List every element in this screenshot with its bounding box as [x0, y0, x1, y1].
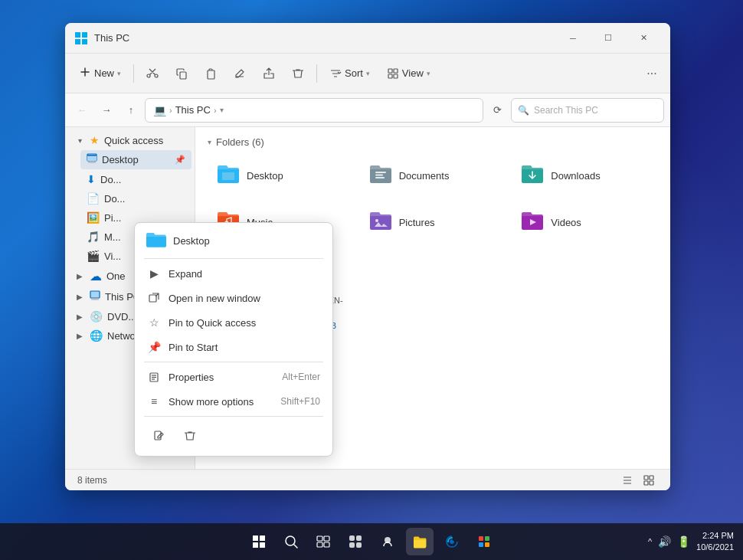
pin-quick-label: Pin to Quick access — [169, 317, 256, 329]
pin-start-label: Pin to Start — [169, 342, 218, 353]
taskbar-widgets-button[interactable] — [342, 528, 369, 555]
folder-item-pictures[interactable]: Pictures — [360, 202, 506, 243]
folder-documents-name: Documents — [399, 170, 450, 182]
taskbar-file-explorer-button[interactable] — [406, 528, 434, 555]
more-options-label: Show more options — [169, 396, 254, 408]
taskbar-system-tray: ^ 🔊 🔋 2:24 PM 10/6/2021 — [648, 530, 734, 554]
context-pin-quick[interactable]: ☆ Pin to Quick access — [138, 310, 329, 335]
context-delete-button[interactable] — [178, 424, 202, 448]
list-view-button[interactable] — [618, 471, 637, 490]
path-dropdown[interactable]: ▾ — [220, 106, 224, 114]
rename-button[interactable] — [226, 63, 254, 84]
svg-rect-14 — [88, 162, 96, 163]
grid-view-button[interactable] — [640, 471, 658, 490]
up-button[interactable]: ↑ — [120, 100, 142, 121]
title-bar: This PC ─ ☐ ✕ — [65, 23, 670, 54]
sidebar-item-documents[interactable]: 📄 Do... — [80, 189, 191, 208]
svg-rect-21 — [375, 177, 385, 178]
search-icon: 🔍 — [518, 105, 529, 116]
new-label: New — [94, 67, 114, 79]
new-button[interactable]: New ▾ — [71, 61, 129, 85]
network-expand-icon: ▶ — [74, 330, 85, 341]
sort-label: Sort — [345, 67, 363, 79]
pictures-icon: 🖼️ — [87, 211, 100, 224]
context-rename-button[interactable] — [147, 424, 172, 448]
videos-sidebar-label: Vi... — [104, 251, 121, 262]
thispc-icon — [90, 290, 100, 303]
pin-start-icon: 📌 — [147, 340, 161, 354]
folder-videos-name: Videos — [551, 217, 581, 228]
folder-item-documents[interactable]: Documents — [360, 156, 506, 196]
sidebar-item-downloads[interactable]: ⬇ Do... — [80, 170, 191, 188]
svg-rect-57 — [485, 542, 489, 547]
svg-rect-52 — [356, 542, 362, 548]
search-placeholder: Search This PC — [534, 105, 598, 116]
svg-rect-32 — [644, 481, 648, 485]
folders-section-header[interactable]: ▾ Folders (6) — [208, 136, 658, 148]
window-controls: ─ ☐ ✕ — [555, 26, 661, 51]
folder-downloads-icon — [520, 162, 545, 189]
onedrive-sidebar-label: One — [106, 270, 126, 282]
cut-button[interactable] — [139, 63, 166, 84]
start-button[interactable] — [245, 528, 273, 555]
context-menu: Desktop ▶ Expand Open in new window ☆ Pi… — [134, 222, 333, 457]
folder-item-downloads[interactable]: Downloads — [512, 156, 658, 196]
sort-dropdown-arrow: ▾ — [366, 70, 370, 77]
folder-item-videos[interactable]: Videos — [512, 202, 658, 243]
taskbar-clock[interactable]: 2:24 PM 10/6/2021 — [696, 530, 734, 554]
folder-desktop-icon — [216, 162, 241, 189]
paste-button[interactable] — [197, 63, 224, 84]
refresh-button[interactable]: ⟳ — [486, 100, 508, 121]
svg-rect-8 — [388, 74, 392, 78]
address-bar: ← → ↑ 💻 › This PC › ▾ ⟳ 🔍 Search This PC — [65, 93, 670, 127]
view-button[interactable]: View ▾ — [379, 63, 438, 84]
taskbar-edge-button[interactable] — [438, 528, 466, 555]
delete-button[interactable] — [284, 63, 312, 84]
sort-button[interactable]: Sort ▾ — [322, 63, 378, 84]
sidebar-item-desktop[interactable]: Desktop 📌 — [80, 150, 191, 169]
toolbar: New ▾ — [65, 54, 670, 93]
context-more-options[interactable]: ≡ Show more options Shift+F10 — [138, 389, 329, 414]
copy-button[interactable] — [168, 63, 195, 84]
context-pin-start[interactable]: 📌 Pin to Start — [138, 335, 329, 359]
folder-videos-icon — [520, 209, 545, 236]
more-button[interactable]: ··· — [640, 61, 664, 86]
system-tray-caret[interactable]: ^ — [648, 537, 652, 546]
view-icons — [618, 471, 658, 490]
context-open-new-window[interactable]: Open in new window — [138, 286, 329, 310]
battery-icon[interactable]: 🔋 — [677, 535, 690, 548]
folder-downloads-name: Downloads — [551, 170, 600, 182]
quick-access-label: Quick access — [104, 135, 163, 146]
view-dropdown-arrow: ▾ — [427, 70, 430, 77]
path-arrow-end: › — [214, 106, 217, 115]
svg-rect-50 — [356, 535, 362, 541]
speaker-icon[interactable]: 🔊 — [658, 535, 671, 548]
search-box[interactable]: 🔍 Search This PC — [511, 98, 664, 123]
taskbar-store-button[interactable] — [470, 528, 498, 555]
taskbar-center — [245, 528, 498, 555]
close-button[interactable]: ✕ — [626, 26, 661, 51]
back-button[interactable]: ← — [71, 100, 93, 121]
address-path[interactable]: 💻 › This PC › ▾ — [145, 98, 483, 123]
items-count: 8 items — [77, 475, 107, 486]
taskbar-taskview-button[interactable] — [309, 528, 337, 555]
svg-rect-13 — [90, 161, 94, 162]
path-icon: 💻 — [153, 104, 166, 116]
sidebar-item-quick-access[interactable]: ▾ ★ Quick access — [68, 131, 191, 149]
context-expand[interactable]: ▶ Expand — [138, 261, 329, 286]
taskbar-search-button[interactable] — [277, 528, 305, 555]
context-properties[interactable]: Properties Alt+Enter — [138, 365, 329, 389]
toolbar-separator-1 — [133, 64, 134, 83]
dvd-icon: 💿 — [90, 310, 103, 323]
svg-rect-51 — [349, 542, 355, 548]
maximize-button[interactable]: ☐ — [591, 26, 626, 51]
svg-point-44 — [286, 536, 295, 545]
svg-rect-55 — [485, 536, 489, 541]
svg-rect-45 — [317, 536, 322, 541]
taskbar-chat-button[interactable] — [374, 528, 401, 555]
share-button[interactable] — [255, 63, 283, 84]
minimize-button[interactable]: ─ — [555, 26, 591, 51]
svg-rect-31 — [650, 476, 653, 480]
folder-item-desktop[interactable]: Desktop — [208, 156, 354, 196]
forward-button[interactable]: → — [96, 100, 117, 121]
